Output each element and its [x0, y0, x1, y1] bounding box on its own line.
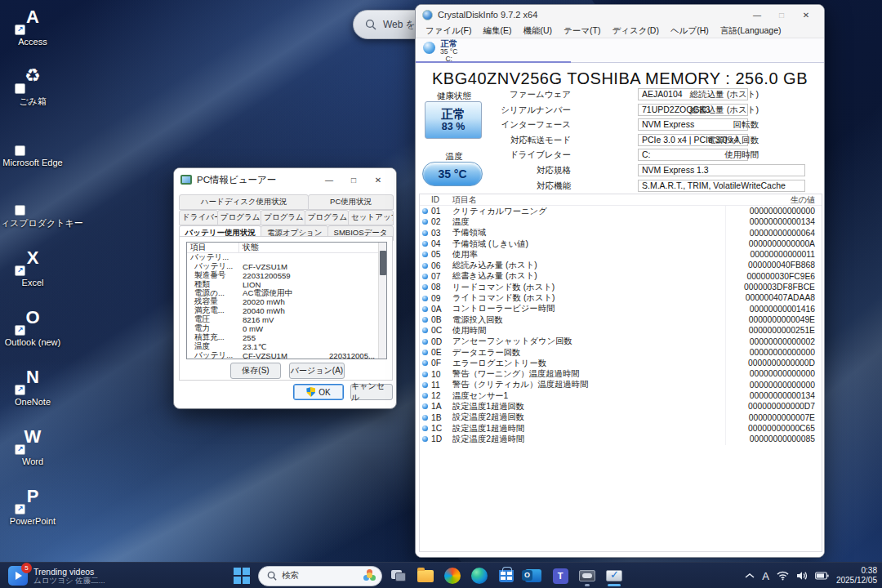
smart-row[interactable]: 0F エラーログエントリー数 0000000000000D [420, 358, 822, 368]
smart-row[interactable]: 0A コントローラービジー時間 00000000001416 [420, 304, 822, 314]
smart-row[interactable]: 0C 使用時間 0000000000251E [420, 325, 822, 336]
minimize-button[interactable]: — [318, 172, 341, 188]
field-row: 総書込量 (ホスト) 24493 GB [653, 104, 759, 116]
taskbar-search-box[interactable]: 検索 [258, 566, 382, 586]
microsoft-store-button[interactable] [496, 565, 517, 586]
crystaldiskinfo-window: CrystalDiskInfo 9.7.2 x64 — □ ✕ ファイル(F)編… [415, 4, 825, 558]
list-item-value: 255 [239, 333, 375, 342]
taskbar-clock[interactable]: 0:38 2025/12/05 [836, 566, 877, 586]
smart-row[interactable]: 1C 設定温度1超過時間 00000000000C65 [420, 423, 822, 434]
pc-info-viewer-app-icon [180, 175, 192, 185]
start-button[interactable] [231, 565, 252, 586]
edge-button[interactable] [469, 565, 490, 586]
teams-button[interactable]: T [550, 565, 571, 586]
desktop-icon[interactable]: W ↗ Word [0, 420, 65, 466]
smart-row[interactable]: 02 温度 00000000000134 [420, 216, 822, 227]
dialog-title: PC情報ビューアー [197, 174, 313, 186]
shortcut-arrow-icon: ↗ [15, 325, 25, 336]
desktop-icon[interactable]: O ↗ Outlook (new) [0, 301, 65, 347]
version-button[interactable]: バージョン(A) [289, 363, 345, 379]
smart-row[interactable]: 1A 設定温度1超過回数 000000000000D7 [420, 401, 822, 412]
desktop-icon-glyph: ♻ [24, 65, 41, 87]
pc-info-viewer-taskbar-button[interactable] [604, 565, 625, 586]
version-button-label: バージョン(A) [291, 365, 343, 376]
status-dot-icon [422, 208, 428, 214]
smart-row[interactable]: 0E データエラー回数 00000000000000 [420, 347, 822, 358]
dialog-tab[interactable]: PC使用状況 [308, 194, 394, 210]
volume-icon[interactable] [796, 571, 808, 581]
pc-info-popup-button[interactable] [577, 565, 598, 586]
smart-row[interactable]: 04 予備領域 (しきい値) 0000000000000A [420, 238, 822, 249]
minimize-button[interactable]: — [746, 7, 768, 23]
menu-bar: ファイル(F)編集(E)機能(U)テーマ(T)ディスク(D)ヘルプ(H)言語(L… [416, 24, 824, 38]
battery-icon[interactable] [815, 572, 829, 580]
menu-item[interactable]: テーマ(T) [559, 24, 605, 38]
ok-button[interactable]: OK [293, 384, 344, 400]
smart-row[interactable]: 07 総書き込み量 (ホスト) 000000030FC9E6 [420, 271, 822, 282]
smart-row[interactable]: 08 リードコマンド数 (ホスト) 0000003DF8FBCE [420, 282, 822, 292]
smart-raw-value: 0000000000000A [725, 238, 822, 249]
menu-item[interactable]: 機能(U) [518, 24, 557, 38]
column-header-status[interactable]: 状態 [239, 243, 386, 252]
task-view-button[interactable] [388, 565, 409, 586]
desktop-icon[interactable]: P ↗ PowerPoint [0, 479, 65, 526]
file-explorer-button[interactable] [415, 565, 436, 586]
battery-info-list[interactable]: 項目 状態 バッテリ... バッテリ... CF-VZSU1 [186, 242, 387, 359]
dialog-tab[interactable]: ドライバー [179, 210, 218, 225]
smart-row[interactable]: 10 警告（ワーニング）温度超過時間 00000000000000 [420, 368, 822, 379]
menu-item[interactable]: ファイル(F) [421, 24, 476, 38]
menu-item[interactable]: 編集(E) [478, 24, 516, 38]
close-button[interactable]: ✕ [795, 7, 817, 23]
smart-row[interactable]: 03 予備領域 00000000000064 [420, 228, 822, 238]
maximize-button[interactable]: □ [342, 172, 365, 188]
running-indicator [585, 584, 590, 586]
tray-overflow-button[interactable] [745, 572, 755, 579]
desktop-icon[interactable]: N ↗ OneNote [0, 360, 65, 407]
desktop-icon[interactable]: Microsoft Edge [0, 121, 65, 167]
temperature-button[interactable]: 35 °C [422, 162, 483, 186]
dialog-tab[interactable]: プログラム 1 [217, 210, 261, 225]
copilot-button[interactable] [442, 565, 463, 586]
window-titlebar[interactable]: CrystalDiskInfo 9.7.2 x64 — □ ✕ [416, 5, 824, 24]
close-button[interactable]: ✕ [367, 172, 390, 188]
smart-row[interactable]: 1B 設定温度2超過回数 0000000000007E [420, 412, 822, 423]
desktop-icon[interactable]: X ↗ Excel [0, 241, 65, 287]
desktop-icon[interactable]: ♻ ごみ箱 [0, 59, 65, 108]
list-scrollbar[interactable] [378, 243, 386, 359]
scrollbar-thumb[interactable] [380, 251, 386, 275]
dialog-tab[interactable]: セットアップ [348, 210, 394, 225]
smart-row[interactable]: 01 クリティカルワーニング 00000000000000 [420, 206, 822, 216]
wifi-icon[interactable] [777, 571, 789, 581]
smart-row[interactable]: 05 使用率 00000000000011 [420, 249, 822, 260]
save-button[interactable]: 保存(S) [230, 363, 281, 379]
smart-row[interactable]: 12 温度センサー1 00000000000134 [420, 390, 822, 401]
list-item[interactable]: バッテリ... CF-VZSU1M 220312005... [187, 351, 386, 359]
cancel-button[interactable]: キャンセル [350, 384, 393, 400]
column-header-item[interactable]: 項目 [187, 243, 239, 252]
menu-item[interactable]: 言語(Language) [715, 24, 786, 38]
smart-row[interactable]: 06 総読み込み量 (ホスト) 000000040FB868 [420, 260, 822, 270]
smart-row[interactable]: 0D アンセーフシャットダウン回数 00000000000002 [420, 336, 822, 347]
menu-item[interactable]: ディスク(D) [607, 24, 664, 38]
desktop-icon-glyph: A [26, 7, 39, 28]
field-label: インターフェース [501, 119, 571, 131]
desktop-icon[interactable]: A ↗ Access [0, 0, 65, 47]
maximize-button[interactable]: □ [770, 7, 793, 23]
dialog-titlebar[interactable]: PC情報ビューアー — □ ✕ [174, 168, 396, 191]
widgets-button[interactable]: 5 Trending videos ムロツヨシ 佐藤二... [5, 563, 109, 588]
dialog-tab[interactable]: プログラム 3 [305, 210, 349, 225]
outlook-button[interactable] [523, 565, 544, 586]
health-status-button[interactable]: 正常 83 % [425, 101, 482, 139]
smart-header-name: 項目名 [452, 194, 725, 206]
disk-tab[interactable]: 正常 35 °C C: [440, 39, 457, 63]
dialog-tab[interactable]: ハードディスク使用状況 [179, 194, 309, 210]
smart-row[interactable]: 1D 設定温度2超過時間 00000000000085 [420, 434, 822, 444]
ime-mode-indicator[interactable]: A [762, 570, 769, 582]
menu-item[interactable]: ヘルプ(H) [666, 24, 714, 38]
desktop-icon[interactable]: オフィスプロダクトキー [0, 180, 65, 229]
tab-label: ドライバー [182, 212, 218, 221]
smart-row[interactable]: 11 警告（クリティカル）温度超過時間 00000000000000 [420, 380, 822, 390]
smart-row[interactable]: 09 ライトコマンド数 (ホスト) 000000407ADAA8 [420, 292, 822, 303]
dialog-tab[interactable]: プログラム 2 [261, 210, 305, 225]
smart-row[interactable]: 0B 電源投入回数 0000000000049E [420, 314, 822, 325]
